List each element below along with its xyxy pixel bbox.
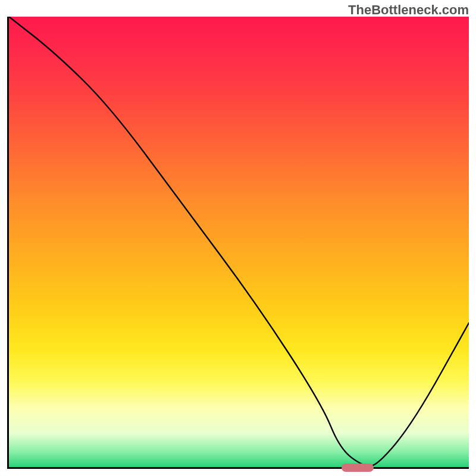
watermark-label: TheBottleneck.com: [348, 2, 469, 18]
chart-plot-area: [7, 17, 469, 469]
chart-curve-svg: [9, 17, 469, 467]
optimal-range-marker: [342, 464, 374, 472]
bottleneck-curve-line: [9, 17, 469, 466]
